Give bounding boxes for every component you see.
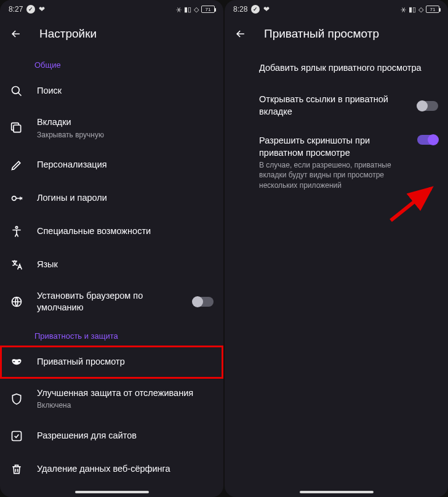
svg-point-2	[12, 196, 17, 200]
status-bar: 8:28 ✓ ❤ ⚹ ▮▯ ◇ 71	[225, 0, 448, 18]
row-label: Открывать ссылки в приватной вкладке	[259, 94, 404, 118]
shield-icon	[10, 393, 23, 405]
row-label: Персонализация	[37, 159, 214, 171]
wifi-icon: ◇	[418, 6, 423, 14]
row-label: Добавить ярлык приватного просмотра	[259, 62, 438, 75]
row-search[interactable]: Поиск	[0, 75, 223, 108]
row-sublabel: Включена	[37, 400, 214, 410]
row-sublabel: Закрывать вручную	[37, 130, 214, 140]
toggle-allow-screenshots[interactable]	[417, 135, 438, 145]
row-label: Вкладки	[37, 116, 214, 129]
signal-icon: ▮▯	[409, 6, 416, 14]
back-icon[interactable]	[10, 28, 22, 40]
row-label: Разрешить скриншоты при приватном просмо…	[259, 135, 404, 159]
nav-handle[interactable]	[300, 491, 374, 493]
svg-point-0	[12, 87, 20, 94]
page-title: Настройки	[39, 27, 97, 41]
search-icon	[10, 85, 23, 97]
heart-icon: ❤	[263, 5, 270, 14]
check-icon: ✓	[26, 5, 35, 14]
toggle-default-browser[interactable]	[193, 297, 214, 307]
brush-icon	[10, 159, 23, 171]
row-language[interactable]: Язык	[0, 248, 223, 281]
screen-private-browsing: 8:28 ✓ ❤ ⚹ ▮▯ ◇ 71 Приватный просмотр До…	[225, 0, 448, 497]
row-label: Логины и пароли	[37, 192, 214, 204]
appbar: Приватный просмотр	[225, 18, 448, 52]
bluetooth-icon: ⚹	[176, 6, 182, 14]
language-icon	[10, 259, 23, 271]
row-tabs[interactable]: Вкладки Закрывать вручную	[0, 108, 223, 148]
row-logins[interactable]: Логины и пароли	[0, 182, 223, 215]
screen-settings: 8:27 ✓ ❤ ⚹ ▮▯ ◇ 71 Настройки Общие Поиск…	[0, 0, 223, 497]
tabs-icon	[10, 122, 23, 134]
row-site-permissions[interactable]: Разрешения для сайтов	[0, 419, 223, 453]
row-label: Установить браузером по умолчанию	[37, 290, 179, 314]
page-title: Приватный просмотр	[264, 27, 379, 41]
bluetooth-icon: ⚹	[401, 6, 406, 14]
section-general: Общие	[0, 52, 223, 75]
permissions-icon	[10, 430, 23, 442]
row-label: Специальные возможности	[37, 225, 214, 238]
row-sublabel: В случае, если разрешено, приватные вкла…	[259, 160, 404, 190]
row-allow-screenshots[interactable]: Разрешить скриншоты при приватном просмо…	[225, 126, 448, 199]
trash-icon	[10, 463, 23, 475]
status-time: 8:28	[233, 5, 247, 14]
nav-handle[interactable]	[75, 491, 149, 493]
svg-point-3	[15, 226, 17, 228]
row-delete-browsing-data[interactable]: Удаление данных веб-сёрфинга	[0, 453, 223, 486]
toggle-open-links-private[interactable]	[417, 101, 438, 111]
signal-icon: ▮▯	[184, 6, 191, 14]
row-private-browsing[interactable]: Приватный просмотр	[0, 345, 223, 379]
wifi-icon: ◇	[194, 6, 199, 14]
mask-icon	[10, 356, 23, 368]
row-label: Удаление данных веб-сёрфинга	[37, 463, 214, 475]
row-label: Приватный просмотр	[37, 356, 214, 368]
row-label: Поиск	[37, 85, 214, 97]
heart-icon: ❤	[39, 5, 45, 14]
battery-icon: 71	[426, 6, 439, 13]
key-icon	[10, 192, 23, 204]
row-tracking-protection[interactable]: Улучшенная защита от отслеживания Включе…	[0, 379, 223, 419]
status-time: 8:27	[9, 5, 23, 14]
svg-rect-5	[12, 431, 22, 440]
row-label: Разрешения для сайтов	[37, 430, 214, 442]
battery-icon: 71	[201, 6, 215, 13]
accessibility-icon	[10, 225, 23, 238]
appbar: Настройки	[0, 18, 223, 52]
row-open-links-private[interactable]: Открывать ссылки в приватной вкладке	[225, 85, 448, 126]
status-bar: 8:27 ✓ ❤ ⚹ ▮▯ ◇ 71	[0, 0, 223, 18]
row-add-shortcut[interactable]: Добавить ярлык приватного просмотра	[225, 52, 448, 85]
section-privacy: Приватность и защита	[0, 323, 223, 345]
row-customize[interactable]: Персонализация	[0, 148, 223, 182]
row-accessibility[interactable]: Специальные возможности	[0, 215, 223, 248]
globe-icon	[10, 296, 23, 308]
row-label: Улучшенная защита от отслеживания	[37, 387, 214, 400]
check-icon: ✓	[251, 5, 260, 14]
row-label: Язык	[37, 259, 214, 271]
svg-rect-1	[14, 125, 21, 132]
back-icon[interactable]	[234, 28, 247, 40]
row-default-browser[interactable]: Установить браузером по умолчанию	[0, 281, 223, 323]
